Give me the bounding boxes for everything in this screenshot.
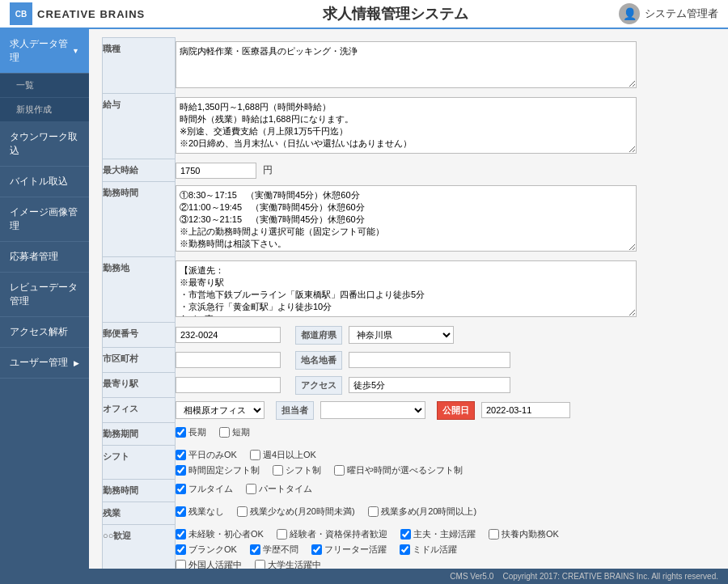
kinmu-jikan-row: 勤務時間 ①8:30～17:15 （実働7時間45分）休憩60分 ②11:00～… [103,182,715,257]
tanto-label: 担当者 [276,401,314,420]
todofuken-select[interactable]: 神奈川県 東京都 大阪府 [349,326,454,344]
shift-checkboxes-2: 時間固定シフト制 シフト制 曜日や時間が選べるシフト制 [176,464,714,476]
user-label: システム管理者 [645,6,718,21]
kinmu-jikan-input[interactable]: ①8:30～17:15 （実働7時間45分）休憩60分 ②11:00～19:45… [176,185,637,252]
kinmu-chi-cell: 【派遣先： ※最寄り駅 ・市営地下鉄ブルーライン「阪東橋駅」四番出口より徒歩5分… [176,257,715,323]
kinmu-kikan-cell: 長期 短期 [176,423,715,446]
moyori-label: 最寄り駅 [103,373,176,398]
kokai-input[interactable] [481,402,570,418]
access-input[interactable] [349,377,510,393]
shiku-input[interactable] [176,352,281,368]
shokushu-label: 職種 [103,38,176,94]
kinmu-kikan-checkboxes: 長期 短期 [176,426,714,438]
sidebar-item-user[interactable]: ユーザー管理 ▶ [0,348,89,379]
moyori-input[interactable] [176,377,281,393]
page-title: 求人情報管理システム [171,4,619,23]
moyori-field: アクセス [176,376,714,395]
yubin-input[interactable] [176,327,281,343]
kinmu-jikan-check-label: 勤務時間 [103,480,176,502]
kinmu-kikan-label: 勤務期間 [103,423,176,446]
kinmu-jikan-check-cell: フルタイム パートタイム [176,480,715,502]
logo-icon: CB [10,2,32,25]
kinmu-jikan-check-group: フルタイム パートタイム [176,483,714,495]
shiku-chimei-row: 市区町村 地名地番 [103,348,715,373]
office-select[interactable]: 相模原オフィス [176,401,265,419]
sidebar-item-shinki[interactable]: 新規作成 [0,98,89,122]
shokushu-input[interactable] [176,41,637,88]
footer-copyright: Copyright 2017: CREATIVE BRAINS Inc. All… [502,572,718,581]
chevron-right-icon: ▶ [74,359,79,367]
main-content: 職種 給与 最大時給 円 [89,29,728,584]
sidebar-item-kyujin[interactable]: 求人データ管理 ▼ [0,29,89,74]
chevron-down-icon: ▼ [72,47,79,55]
kangei-checkboxes-2: ブランクOK 学歴不問 フリーター活躍 ミドル活躍 [176,544,714,556]
shiku-label: 市区町村 [103,348,176,373]
kangei-cell: 未経験・初心者OK 経験者・資格保持者歓迎 主夫・主婦活躍 扶養内勤務 [176,525,715,574]
user-area: 👤 システム管理者 [619,3,718,24]
kokai-label: 公開日 [437,401,475,420]
sidebar-item-image[interactable]: イメージ画像管理 [0,197,89,242]
zangyou-cell: 残業なし 残業少なめ(月20時間未満) 残業多め(月20時間以上) [176,502,715,525]
kinmu-kikan-chk-0-input[interactable] [176,427,186,438]
kinmu-jikan-check-row: 勤務時間 フルタイム パートタイム [103,480,715,502]
kangei-label: ○○歓迎 [103,525,176,574]
office-field: 相模原オフィス 担当者 公開日 [176,401,714,420]
yubin-todofuken-row: 郵便番号 都道府県 神奈川県 東京都 大阪府 [103,323,715,348]
shift-row: シフト 平日のみOK 週4日以上OK [103,446,715,480]
kinmu-kikan-chk-0[interactable]: 長期 [176,426,206,438]
layout: 求人データ管理 ▼ 一覧 新規作成 タウンワーク取込 バイトル取込 イメージ画像… [0,29,728,584]
max-kyuyo-unit: 円 [263,163,273,177]
sidebar-item-oubo[interactable]: 応募者管理 [0,242,89,273]
kinmu-chi-row: 勤務地 【派遣先： ※最寄り駅 ・市営地下鉄ブルーライン「阪東橋駅」四番出口より… [103,257,715,323]
chimei-label: 地名地番 [295,351,342,370]
moyori-access-row: 最寄り駅 アクセス [103,373,715,398]
kinmu-kikan-row: 勤務期間 長期 短期 [103,423,715,446]
sidebar-item-ichiran[interactable]: 一覧 [0,74,89,98]
sidebar-item-access[interactable]: アクセス解析 [0,317,89,348]
kinmu-kikan-chk-1[interactable]: 短期 [219,426,250,438]
access-label: アクセス [295,376,342,395]
tanto-select[interactable] [320,401,425,419]
kinmu-kikan-chk-1-input[interactable] [219,427,230,438]
sidebar-item-baytoru[interactable]: バイトル取込 [0,167,89,197]
sidebar-item-townwork[interactable]: タウンワーク取込 [0,122,89,167]
yubin-cell: 都道府県 神奈川県 東京都 大阪府 [176,323,715,348]
kangei-checkboxes-1: 未経験・初心者OK 経験者・資格保持者歓迎 主夫・主婦活躍 扶養内勤務 [176,528,714,540]
form-table: 職種 給与 最大時給 円 [102,37,715,584]
todofuken-label: 都道府県 [295,326,342,345]
header: CB CREATIVE BRAINS 求人情報管理システム 👤 システム管理者 [0,0,728,29]
max-kyuyo-label: 最大時給 [103,159,176,182]
user-icon: 👤 [619,3,640,24]
shift-label: シフト [103,446,176,480]
shiku-field: 地名地番 [176,351,714,370]
zangyou-row: 残業 残業なし 残業少なめ(月20時間未満) 残業多め( [103,502,715,525]
footer: CMS Ver5.0 Copyright 2017: CREATIVE BRAI… [0,569,728,584]
sidebar: 求人データ管理 ▼ 一覧 新規作成 タウンワーク取込 バイトル取込 イメージ画像… [0,29,89,584]
moyori-cell: アクセス [176,373,715,398]
office-label: オフィス [103,398,176,423]
zangyou-checkboxes: 残業なし 残業少なめ(月20時間未満) 残業多め(月20時間以上) [176,506,714,518]
kinmu-chi-label: 勤務地 [103,257,176,323]
kinmu-chi-input[interactable]: 【派遣先： ※最寄り駅 ・市営地下鉄ブルーライン「阪東橋駅」四番出口より徒歩5分… [176,260,637,317]
kinmu-jikan-label: 勤務時間 [103,182,176,257]
chimei-input[interactable] [349,352,510,368]
shokushu-row: 職種 [103,38,715,94]
kyuyo-input[interactable] [176,97,637,154]
kinmu-jikan-cell: ①8:30～17:15 （実働7時間45分）休憩60分 ②11:00～19:45… [176,182,715,257]
max-kyuyo-cell: 円 [176,159,715,182]
sidebar-item-review[interactable]: レビューデータ管理 [0,273,89,317]
max-kyuyo-input[interactable] [176,163,256,179]
zangyou-label: 残業 [103,502,176,525]
max-kyuyo-row: 最大時給 円 [103,159,715,182]
logo-area: CB CREATIVE BRAINS [10,2,171,25]
kyuyo-row: 給与 [103,94,715,159]
shift-checkboxes: 平日のみOK 週4日以上OK [176,449,714,461]
shift-cell: 平日のみOK 週4日以上OK 時間固定シフト制 [176,446,715,480]
kangei-row: ○○歓迎 未経験・初心者OK 経験者・資格保持者歓迎 主 [103,525,715,574]
kyuyo-label: 給与 [103,94,176,159]
logo-text: CREATIVE BRAINS [37,8,145,20]
max-kyuyo-field: 円 [176,163,714,179]
shokushu-cell [176,38,715,94]
yubin-label: 郵便番号 [103,323,176,348]
shiku-cell: 地名地番 [176,348,715,373]
